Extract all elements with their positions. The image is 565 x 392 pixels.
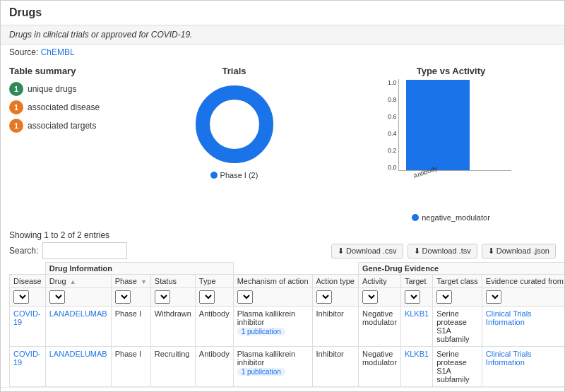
pub-badge-2[interactable]: 1 publication	[237, 368, 285, 376]
type-activity-title: Type vs Activity	[417, 66, 486, 76]
cell-status-1: Withdrawn	[150, 307, 195, 347]
download-tsv-button[interactable]: ⬇ Download .tsv	[408, 244, 477, 259]
page-title: Drugs	[1, 1, 564, 25]
badge-disease: 1	[9, 100, 23, 114]
target-link-2[interactable]: KLKB1	[405, 350, 429, 358]
filter-activity[interactable]	[358, 288, 400, 307]
cell-target-class-2: Serine protease S1A subfamily	[433, 347, 482, 387]
cell-phase-1: Phase I	[111, 307, 150, 347]
evidence-link-1[interactable]: Clinical Trials Information	[486, 309, 532, 326]
summary-item-drugs: 1 unique drugs	[9, 82, 122, 96]
type-activity-legend: negative_modulator	[412, 213, 490, 222]
source-line: Source: ChEMBL	[1, 44, 564, 60]
controls-section: Showing 1 to 2 of 2 entries Search: ⬇ Do…	[1, 227, 564, 262]
cell-type-1: Antibody	[195, 307, 233, 347]
filter-target-class[interactable]	[433, 288, 482, 307]
bar-antibody	[406, 80, 470, 170]
cell-status-2: Recruiting	[150, 347, 195, 387]
trials-legend: Phase I (2)	[210, 171, 258, 179]
th-evidence: Evidence curated from	[482, 275, 565, 288]
summary-item-targets: 1 associated targets	[9, 119, 122, 133]
table-row: COVID-19 LANADELUMAB Phase I Recruiting …	[10, 347, 566, 387]
filter-row	[10, 288, 566, 307]
cell-disease-2: COVID-19	[10, 347, 46, 387]
y-axis: 1.0 0.8 0.6 0.4 0.2 0.0	[377, 79, 397, 171]
table-summary: Table summary 1 unique drugs 1 associate…	[9, 66, 122, 137]
controls-row: Search: ⬇ Download .csv ⬇ Download .tsv …	[9, 242, 556, 259]
label-associated-targets: associated targets	[28, 121, 96, 131]
filter-mechanism[interactable]	[233, 288, 312, 307]
search-section: Search:	[9, 242, 127, 259]
download-buttons: ⬇ Download .csv ⬇ Download .tsv ⬇ Downlo…	[331, 244, 556, 259]
filter-type[interactable]	[195, 288, 233, 307]
th-type: Type	[195, 275, 233, 288]
trials-chart-title: Trials	[222, 66, 246, 76]
legend-label: negative_modulator	[422, 213, 490, 222]
disease-link-1[interactable]: COVID-19	[13, 309, 41, 326]
column-group-row: Drug Information Gene-Drug Evidence	[10, 263, 566, 275]
evidence-link-2[interactable]: Clinical Trials Information	[486, 350, 532, 367]
th-status: Status	[150, 275, 195, 288]
page-container: Drugs Drugs in clinical trials or approv…	[0, 0, 565, 392]
subtitle-bar: Drugs in clinical trials or approved for…	[1, 25, 564, 44]
footer-row: Show 10 25 50 100 entries Previous 1 Nex…	[1, 387, 564, 392]
donut-chart	[192, 82, 277, 167]
cell-disease-1: COVID-19	[10, 307, 46, 347]
download-csv-button[interactable]: ⬇ Download .csv	[331, 244, 403, 259]
filter-status[interactable]	[150, 288, 195, 307]
cell-evidence-2: Clinical Trials Information	[482, 347, 565, 387]
trials-legend-label: Phase I (2)	[220, 171, 258, 179]
cell-drug-1: LANADELUMAB	[45, 307, 111, 347]
cell-drug-2: LANADELUMAB	[45, 347, 111, 387]
col-group-gene-drug: Gene-Drug Evidence	[358, 263, 565, 275]
drug-link-2[interactable]: LANADELUMAB	[49, 350, 107, 358]
pub-badge-1[interactable]: 1 publication	[237, 328, 285, 335]
filter-evidence[interactable]	[482, 288, 565, 307]
subtitle-text: Drugs in clinical trials or approved for…	[9, 30, 192, 40]
th-disease: Disease	[10, 275, 46, 288]
th-mechanism: Mechanism of action	[233, 275, 312, 288]
search-input[interactable]	[42, 242, 127, 259]
disease-link-2[interactable]: COVID-19	[13, 350, 41, 367]
column-header-row: Disease Drug ▲ Phase ▼ Status Type Mecha…	[10, 275, 566, 288]
summary-item-disease: 1 associated disease	[9, 100, 122, 114]
entries-info: Showing 1 to 2 of 2 entries	[9, 230, 556, 240]
cell-target-2: KLKB1	[400, 347, 432, 387]
cell-target-class-1: Serine protease S1A subfamily	[433, 307, 482, 347]
badge-targets: 1	[9, 119, 23, 133]
legend-circle	[412, 214, 419, 221]
filter-action-type[interactable]	[312, 288, 358, 307]
cell-evidence-1: Clinical Trials Information	[482, 307, 565, 347]
filter-target[interactable]	[400, 288, 432, 307]
th-target-class: Target class	[433, 275, 482, 288]
col-group-drug-info: Drug Information	[45, 263, 233, 275]
source-label: Source:	[9, 47, 38, 57]
cell-action-type-1: Inhibitor	[312, 307, 358, 347]
trials-chart: Trials Phase I (2)	[129, 66, 339, 179]
drug-link-1[interactable]: LANADELUMAB	[49, 309, 107, 318]
download-json-button[interactable]: ⬇ Download .json	[482, 244, 556, 259]
type-activity-chart: Type vs Activity 1.0 0.8 0.6 0.4 0.2 0.0…	[346, 66, 556, 222]
th-target: Target	[400, 275, 432, 288]
filter-phase[interactable]	[111, 288, 150, 307]
th-activity: Activity	[358, 275, 400, 288]
cell-phase-2: Phase I	[111, 347, 150, 387]
filter-drug[interactable]	[45, 288, 111, 307]
bar-chart-area	[398, 79, 511, 171]
th-drug: Drug ▲	[45, 275, 111, 288]
cell-mechanism-2: Plasma kallikrein inhibitor 1 publicatio…	[233, 347, 312, 387]
table-body: COVID-19 LANADELUMAB Phase I Withdrawn A…	[10, 307, 566, 387]
filter-disease[interactable]	[10, 288, 46, 307]
cell-mechanism-1: Plasma kallikrein inhibitor 1 publicatio…	[233, 307, 312, 347]
cell-type-2: Antibody	[195, 347, 233, 387]
target-link-1[interactable]: KLKB1	[405, 309, 429, 318]
th-phase: Phase ▼	[111, 275, 150, 288]
summary-title: Table summary	[9, 66, 122, 76]
search-label: Search:	[9, 246, 38, 256]
source-link[interactable]: ChEMBL	[41, 47, 75, 57]
svg-point-1	[203, 93, 266, 156]
label-unique-drugs: unique drugs	[28, 84, 76, 94]
table-row: COVID-19 LANADELUMAB Phase I Withdrawn A…	[10, 307, 566, 347]
th-action-type: Action type	[312, 275, 358, 288]
cell-action-type-2: Inhibitor	[312, 347, 358, 387]
